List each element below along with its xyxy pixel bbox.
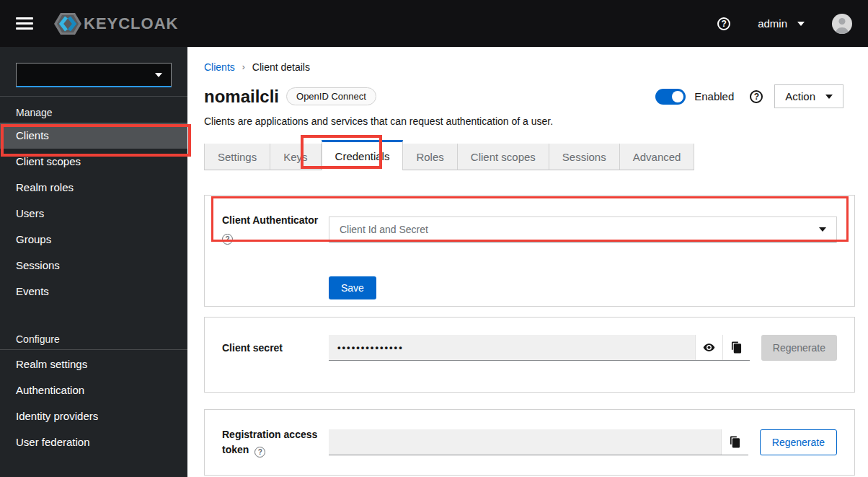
sidebar: Manage Clients Client scopes Realm roles… xyxy=(0,47,187,477)
client-secret-input[interactable]: •••••••••••••• xyxy=(329,335,695,360)
breadcrumb-current: Client details xyxy=(252,61,310,73)
enabled-toggle[interactable] xyxy=(655,89,686,105)
copy-icon xyxy=(730,436,740,448)
save-button[interactable]: Save xyxy=(329,276,376,299)
sidebar-item-authentication[interactable]: Authentication xyxy=(0,377,187,403)
user-menu[interactable]: admin xyxy=(758,17,805,30)
nav-group-manage: Manage xyxy=(0,97,187,123)
chevron-down-icon xyxy=(825,95,833,99)
client-secret-card: Client secret •••••••••••••• xyxy=(204,317,855,393)
realm-selector[interactable] xyxy=(16,63,172,87)
registration-token-label: Registration access token xyxy=(222,429,317,455)
username: admin xyxy=(758,17,787,30)
tab-advanced[interactable]: Advanced xyxy=(620,144,695,170)
copy-token-button[interactable] xyxy=(721,429,748,455)
breadcrumb: Clients › Client details xyxy=(204,61,868,73)
main-content: Clients › Client details nomailcli OpenI… xyxy=(187,47,868,477)
tab-client-scopes[interactable]: Client scopes xyxy=(458,144,549,170)
sidebar-item-realm-roles[interactable]: Realm roles xyxy=(0,175,187,201)
client-authenticator-select[interactable]: Client Id and Secret xyxy=(329,216,837,242)
page-title: nomailcli xyxy=(204,87,279,107)
top-bar: KEYCLOAK ? admin xyxy=(0,0,868,47)
chevron-down-icon xyxy=(797,22,805,26)
sidebar-item-realm-settings[interactable]: Realm settings xyxy=(0,351,187,377)
registration-token-input-group xyxy=(329,429,748,455)
tab-settings[interactable]: Settings xyxy=(204,144,270,170)
breadcrumb-clients-link[interactable]: Clients xyxy=(204,61,235,73)
client-authenticator-card: Client Authenticator ? Client Id and Sec… xyxy=(204,195,855,307)
sidebar-item-groups[interactable]: Groups xyxy=(0,227,187,253)
action-label: Action xyxy=(785,90,815,102)
show-secret-button[interactable] xyxy=(695,335,722,360)
client-secret-input-group: •••••••••••••• xyxy=(329,335,750,361)
client-authenticator-label: Client Authenticator xyxy=(222,213,329,228)
regenerate-token-button[interactable]: Regenerate xyxy=(760,429,837,455)
copy-icon xyxy=(731,341,742,354)
enabled-label: Enabled xyxy=(694,90,734,102)
sidebar-item-user-federation[interactable]: User federation xyxy=(0,429,187,455)
help-icon[interactable]: ? xyxy=(717,17,730,30)
eye-icon xyxy=(703,341,715,354)
keycloak-admin-console: KEYCLOAK ? admin xyxy=(0,0,868,477)
hamburger-menu-icon[interactable] xyxy=(16,14,33,32)
client-secret-label: Client secret xyxy=(222,341,329,356)
regenerate-secret-button[interactable]: Regenerate xyxy=(761,335,837,361)
tab-credentials[interactable]: Credentials xyxy=(322,140,404,170)
client-authenticator-help-icon[interactable]: ? xyxy=(222,234,233,245)
protocol-badge: OpenID Connect xyxy=(286,87,376,105)
keycloak-hexagon-icon xyxy=(53,12,82,36)
sidebar-item-clients[interactable]: Clients xyxy=(0,123,187,149)
client-authenticator-value: Client Id and Secret xyxy=(340,224,819,235)
brand-name: KEYCLOAK xyxy=(84,14,178,33)
nav-group-configure: Configure xyxy=(0,323,187,349)
person-icon xyxy=(832,14,852,34)
chevron-down-icon xyxy=(819,227,826,232)
tab-sessions[interactable]: Sessions xyxy=(549,144,620,170)
page-description: Clients are applications and services th… xyxy=(204,115,868,127)
nav-divider xyxy=(0,349,187,350)
sidebar-item-sessions[interactable]: Sessions xyxy=(0,253,187,279)
action-dropdown-button[interactable]: Action xyxy=(774,84,843,108)
tab-roles[interactable]: Roles xyxy=(403,144,457,170)
sidebar-item-events[interactable]: Events xyxy=(0,279,187,305)
sidebar-item-users[interactable]: Users xyxy=(0,201,187,227)
copy-secret-button[interactable] xyxy=(722,335,750,360)
registration-token-input[interactable] xyxy=(329,429,721,455)
breadcrumb-separator: › xyxy=(242,62,245,72)
registration-token-card: Registration access token ? xyxy=(204,409,855,476)
registration-token-help-icon[interactable]: ? xyxy=(254,447,265,458)
avatar[interactable] xyxy=(832,14,852,34)
tab-keys[interactable]: Keys xyxy=(270,144,321,170)
tab-bar: Settings Keys Credentials Roles Client s… xyxy=(204,140,868,170)
sidebar-item-identity-providers[interactable]: Identity providers xyxy=(0,403,187,429)
enabled-help-icon[interactable]: ? xyxy=(750,90,763,103)
chevron-down-icon xyxy=(155,73,162,77)
keycloak-logo: KEYCLOAK xyxy=(53,12,178,36)
sidebar-item-client-scopes[interactable]: Client scopes xyxy=(0,149,187,175)
